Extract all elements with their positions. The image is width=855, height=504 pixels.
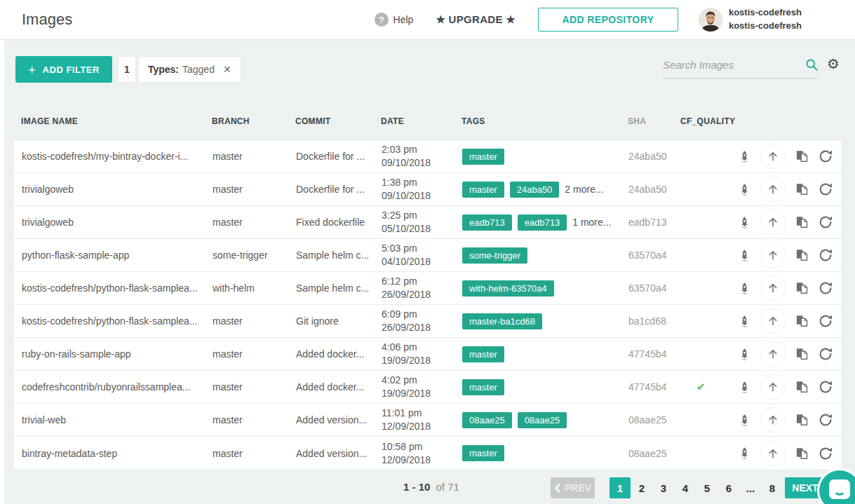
launch-rocket-icon[interactable]	[738, 413, 751, 428]
column-header-image-name[interactable]: IMAGE NAME	[21, 116, 212, 126]
table-row[interactable]: codefreshcontrib/rubyonrailssamplea... m…	[13, 371, 842, 404]
copy-icon[interactable]	[795, 380, 809, 394]
table-row[interactable]: python-flask-sample-app some-trigger Sam…	[13, 239, 842, 272]
close-icon[interactable]: ✕	[223, 64, 231, 75]
promote-up-icon[interactable]	[760, 144, 786, 169]
search-field[interactable]	[663, 58, 819, 79]
copy-icon[interactable]	[795, 413, 809, 427]
image-tag-badge[interactable]: eadb713	[462, 214, 512, 231]
page-number-4[interactable]: 4	[675, 477, 696, 498]
search-icon[interactable]	[805, 58, 819, 71]
image-name-cell[interactable]: kostis-codefresh/python-flask-samplea...	[22, 315, 213, 327]
retag-refresh-icon[interactable]	[818, 247, 833, 263]
promote-up-icon[interactable]	[760, 441, 786, 466]
image-name-cell[interactable]: trivialgoweb	[22, 184, 213, 195]
image-tag-badge[interactable]: master	[462, 379, 504, 395]
promote-up-icon[interactable]	[760, 407, 786, 433]
column-header-date[interactable]: DATE	[381, 116, 462, 127]
promote-up-icon[interactable]	[760, 210, 786, 235]
more-tags-link[interactable]: 1 more...	[572, 217, 611, 228]
copy-icon[interactable]	[795, 281, 809, 295]
table-row[interactable]: ruby-on-rails-sample-app master Added do…	[13, 338, 842, 371]
page-number-5[interactable]: 5	[696, 477, 718, 498]
page-number-3[interactable]: 3	[653, 477, 674, 498]
help-button[interactable]: ? Help	[375, 13, 414, 27]
image-name-cell[interactable]: codefreshcontrib/rubyonrailssamplea...	[22, 381, 213, 393]
column-header-cf-quality[interactable]: CF_QUALITY	[680, 116, 736, 126]
image-tag-badge[interactable]: master	[462, 445, 504, 461]
table-row[interactable]: kostis-codefresh/python-flask-samplea...…	[13, 305, 842, 338]
retag-refresh-icon[interactable]	[818, 412, 833, 428]
add-repository-button[interactable]: ADD REPOSITORY	[538, 8, 678, 32]
launch-rocket-icon[interactable]	[738, 248, 751, 263]
promote-up-icon[interactable]	[760, 374, 786, 400]
copy-icon[interactable]	[795, 347, 809, 361]
image-tag-badge[interactable]: with-helm-63570a4	[462, 280, 554, 297]
column-header-sha[interactable]: SHA	[628, 116, 680, 126]
image-tag-badge[interactable]: master	[462, 182, 504, 198]
image-name-cell[interactable]: trivial-web	[22, 414, 213, 425]
column-header-tags[interactable]: TAGS	[462, 116, 628, 126]
image-tag-badge[interactable]: eadb713	[518, 214, 567, 231]
retag-refresh-icon[interactable]	[818, 346, 833, 362]
launch-rocket-icon[interactable]	[738, 446, 751, 461]
page-number-6[interactable]: 6	[718, 477, 739, 498]
launch-rocket-icon[interactable]	[738, 347, 751, 362]
launch-rocket-icon[interactable]	[738, 182, 751, 197]
retag-refresh-icon[interactable]	[818, 149, 833, 164]
retag-refresh-icon[interactable]	[818, 446, 833, 461]
copy-icon[interactable]	[795, 149, 809, 163]
retag-refresh-icon[interactable]	[818, 379, 833, 395]
launch-rocket-icon[interactable]	[738, 215, 751, 230]
table-row[interactable]: trivial-web master Added version... 11:0…	[13, 404, 842, 437]
retag-refresh-icon[interactable]	[818, 182, 833, 197]
launch-rocket-icon[interactable]	[738, 281, 751, 296]
image-tag-badge[interactable]: master	[462, 346, 504, 362]
image-tag-badge[interactable]: some-trigger	[462, 247, 527, 264]
upgrade-link[interactable]: ★ UPGRADE ★	[436, 13, 516, 26]
image-tag-badge[interactable]: master-ba1cd68	[462, 313, 542, 329]
table-row[interactable]: bintray-metadata-step master Added versi…	[13, 437, 842, 470]
retag-refresh-icon[interactable]	[818, 214, 833, 230]
image-name-cell[interactable]: trivialgoweb	[22, 217, 213, 228]
table-row[interactable]: trivialgoweb master Dockerfile for ... 1…	[13, 173, 842, 206]
promote-up-icon[interactable]	[760, 177, 786, 202]
retag-refresh-icon[interactable]	[818, 313, 833, 329]
image-tag-badge[interactable]: 08aae25	[462, 412, 512, 428]
user-menu[interactable]: kostis-codefresh kostis-codefresh	[699, 6, 802, 33]
image-name-cell[interactable]: ruby-on-rails-sample-app	[22, 348, 213, 360]
table-row[interactable]: kostis-codefresh/python-flask-samplea...…	[13, 272, 842, 305]
copy-icon[interactable]	[795, 215, 809, 229]
copy-icon[interactable]	[795, 447, 809, 461]
promote-up-icon[interactable]	[760, 308, 786, 334]
promote-up-icon[interactable]	[760, 341, 786, 367]
filter-chip-types[interactable]: Types: Tagged ✕	[138, 56, 241, 83]
copy-icon[interactable]	[795, 248, 809, 262]
page-number-2[interactable]: 2	[631, 477, 652, 498]
column-header-branch[interactable]: BRANCH	[212, 116, 295, 126]
image-tag-badge[interactable]: 08aae25	[518, 412, 567, 428]
retag-refresh-icon[interactable]	[818, 280, 833, 296]
launch-rocket-icon[interactable]	[738, 314, 751, 329]
image-name-cell[interactable]: python-flask-sample-app	[22, 250, 213, 261]
launch-rocket-icon[interactable]	[738, 149, 751, 164]
image-tag-badge[interactable]: 24aba50	[510, 182, 560, 198]
image-name-cell[interactable]: bintray-metadata-step	[22, 448, 213, 459]
copy-icon[interactable]	[795, 182, 809, 196]
more-tags-link[interactable]: 2 more...	[565, 184, 603, 195]
promote-up-icon[interactable]	[760, 275, 786, 301]
gear-icon[interactable]: ⚙	[827, 57, 840, 71]
table-row[interactable]: kostis-codefresh/my-bintray-docker-i... …	[13, 140, 842, 173]
column-header-commit[interactable]: COMMIT	[295, 116, 381, 126]
launch-rocket-icon[interactable]	[738, 380, 751, 395]
add-filter-button[interactable]: + ADD FILTER	[15, 56, 112, 83]
image-tag-badge[interactable]: master	[462, 149, 504, 165]
image-name-cell[interactable]: kostis-codefresh/my-bintray-docker-i...	[22, 151, 213, 162]
prev-button[interactable]: PREV	[551, 477, 595, 498]
promote-up-icon[interactable]	[760, 243, 786, 268]
page-number-1[interactable]: 1	[610, 477, 631, 498]
table-row[interactable]: trivialgoweb master Fixed dockerfile 3:2…	[13, 206, 842, 239]
copy-icon[interactable]	[795, 314, 809, 328]
page-number-8[interactable]: 8	[762, 477, 783, 498]
search-input[interactable]	[663, 59, 805, 71]
